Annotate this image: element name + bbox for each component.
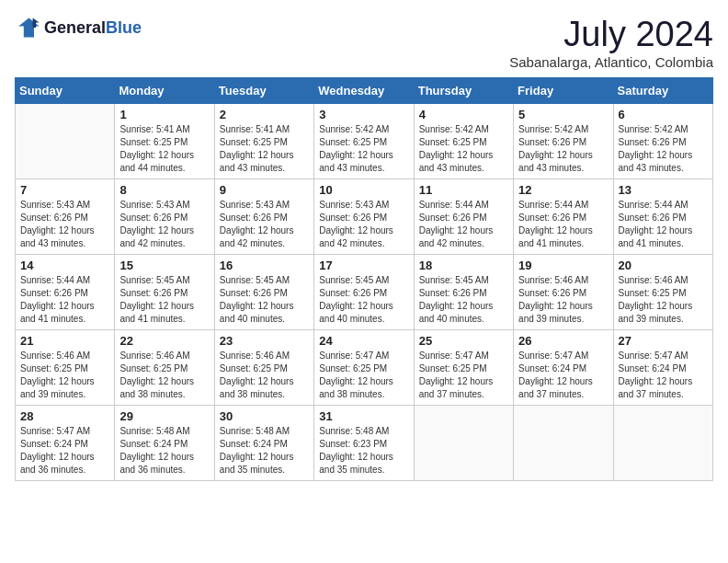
col-header-monday: Monday xyxy=(115,78,214,104)
calendar-cell: 2Sunrise: 5:41 AM Sunset: 6:25 PM Daylig… xyxy=(214,104,313,179)
day-number: 16 xyxy=(220,259,309,272)
day-number: 21 xyxy=(20,334,109,348)
day-number: 10 xyxy=(319,183,408,197)
day-number: 15 xyxy=(119,259,209,272)
calendar-cell: 17Sunrise: 5:45 AM Sunset: 6:26 PM Dayli… xyxy=(314,255,414,330)
day-number: 3 xyxy=(319,108,408,121)
calendar-cell: 18Sunrise: 5:45 AM Sunset: 6:26 PM Dayli… xyxy=(414,255,513,330)
calendar-cell: 27Sunrise: 5:47 AM Sunset: 6:24 PM Dayli… xyxy=(613,330,712,406)
calendar-cell: 3Sunrise: 5:42 AM Sunset: 6:25 PM Daylig… xyxy=(314,104,414,179)
calendar-cell: 15Sunrise: 5:45 AM Sunset: 6:26 PM Dayli… xyxy=(115,255,214,330)
calendar-cell xyxy=(414,406,513,481)
day-number: 23 xyxy=(220,334,309,348)
day-number: 5 xyxy=(518,108,608,121)
day-number: 9 xyxy=(220,183,309,197)
day-info: Sunrise: 5:43 AM Sunset: 6:26 PM Dayligh… xyxy=(119,199,209,250)
calendar-cell: 9Sunrise: 5:43 AM Sunset: 6:26 PM Daylig… xyxy=(214,179,313,255)
calendar-week-3: 14Sunrise: 5:44 AM Sunset: 6:26 PM Dayli… xyxy=(16,255,713,330)
day-number: 22 xyxy=(119,334,209,348)
day-info: Sunrise: 5:46 AM Sunset: 6:25 PM Dayligh… xyxy=(619,274,708,326)
calendar-cell: 16Sunrise: 5:45 AM Sunset: 6:26 PM Dayli… xyxy=(214,255,313,330)
calendar-cell: 22Sunrise: 5:46 AM Sunset: 6:25 PM Dayli… xyxy=(115,330,214,406)
col-header-wednesday: Wednesday xyxy=(314,78,414,104)
calendar-cell: 14Sunrise: 5:44 AM Sunset: 6:26 PM Dayli… xyxy=(16,255,115,330)
day-number: 6 xyxy=(619,108,708,121)
day-info: Sunrise: 5:47 AM Sunset: 6:24 PM Dayligh… xyxy=(20,425,109,477)
calendar-cell xyxy=(514,406,613,481)
col-header-sunday: Sunday xyxy=(16,78,115,104)
day-info: Sunrise: 5:46 AM Sunset: 6:25 PM Dayligh… xyxy=(119,350,209,401)
calendar-cell xyxy=(16,104,115,179)
day-number: 18 xyxy=(419,259,508,272)
day-info: Sunrise: 5:42 AM Sunset: 6:26 PM Dayligh… xyxy=(619,123,708,175)
day-number: 7 xyxy=(20,183,109,197)
day-number: 8 xyxy=(119,183,209,197)
logo-text-general: GeneralBlue xyxy=(44,18,142,38)
day-number: 26 xyxy=(518,334,608,348)
day-info: Sunrise: 5:47 AM Sunset: 6:25 PM Dayligh… xyxy=(319,350,408,401)
col-header-tuesday: Tuesday xyxy=(214,78,313,104)
day-info: Sunrise: 5:43 AM Sunset: 6:26 PM Dayligh… xyxy=(220,199,309,250)
calendar-cell: 10Sunrise: 5:43 AM Sunset: 6:26 PM Dayli… xyxy=(314,179,414,255)
day-info: Sunrise: 5:44 AM Sunset: 6:26 PM Dayligh… xyxy=(419,199,508,250)
day-info: Sunrise: 5:44 AM Sunset: 6:26 PM Dayligh… xyxy=(518,199,608,250)
calendar-cell: 25Sunrise: 5:47 AM Sunset: 6:25 PM Dayli… xyxy=(414,330,513,406)
day-info: Sunrise: 5:45 AM Sunset: 6:26 PM Dayligh… xyxy=(319,274,408,326)
day-info: Sunrise: 5:45 AM Sunset: 6:26 PM Dayligh… xyxy=(220,274,309,326)
calendar-cell: 20Sunrise: 5:46 AM Sunset: 6:25 PM Dayli… xyxy=(613,255,712,330)
calendar-cell: 23Sunrise: 5:46 AM Sunset: 6:25 PM Dayli… xyxy=(214,330,313,406)
day-number: 24 xyxy=(319,334,408,348)
calendar-cell: 21Sunrise: 5:46 AM Sunset: 6:25 PM Dayli… xyxy=(16,330,115,406)
calendar-cell: 6Sunrise: 5:42 AM Sunset: 6:26 PM Daylig… xyxy=(613,104,712,179)
day-number: 1 xyxy=(119,108,209,121)
calendar-week-4: 21Sunrise: 5:46 AM Sunset: 6:25 PM Dayli… xyxy=(16,330,713,406)
calendar-cell: 28Sunrise: 5:47 AM Sunset: 6:24 PM Dayli… xyxy=(16,406,115,481)
day-number: 28 xyxy=(20,409,109,423)
calendar-cell: 19Sunrise: 5:46 AM Sunset: 6:26 PM Dayli… xyxy=(514,255,613,330)
calendar-cell: 8Sunrise: 5:43 AM Sunset: 6:26 PM Daylig… xyxy=(115,179,214,255)
calendar-cell: 13Sunrise: 5:44 AM Sunset: 6:26 PM Dayli… xyxy=(613,179,712,255)
day-info: Sunrise: 5:44 AM Sunset: 6:26 PM Dayligh… xyxy=(20,274,109,326)
calendar-week-5: 28Sunrise: 5:47 AM Sunset: 6:24 PM Dayli… xyxy=(16,406,713,481)
calendar-cell: 30Sunrise: 5:48 AM Sunset: 6:24 PM Dayli… xyxy=(214,406,313,481)
day-number: 31 xyxy=(319,409,408,423)
calendar-cell: 31Sunrise: 5:48 AM Sunset: 6:23 PM Dayli… xyxy=(314,406,414,481)
day-number: 30 xyxy=(220,409,309,423)
day-info: Sunrise: 5:48 AM Sunset: 6:24 PM Dayligh… xyxy=(119,425,209,477)
day-info: Sunrise: 5:43 AM Sunset: 6:26 PM Dayligh… xyxy=(20,199,109,250)
day-number: 29 xyxy=(119,409,209,423)
main-title: July 2024 xyxy=(509,15,713,54)
day-number: 17 xyxy=(319,259,408,272)
day-info: Sunrise: 5:48 AM Sunset: 6:23 PM Dayligh… xyxy=(319,425,408,477)
subtitle: Sabanalarga, Atlantico, Colombia xyxy=(509,54,713,70)
col-header-thursday: Thursday xyxy=(414,78,513,104)
day-info: Sunrise: 5:47 AM Sunset: 6:24 PM Dayligh… xyxy=(619,350,708,401)
day-info: Sunrise: 5:42 AM Sunset: 6:25 PM Dayligh… xyxy=(419,123,508,175)
day-info: Sunrise: 5:47 AM Sunset: 6:25 PM Dayligh… xyxy=(419,350,508,401)
col-header-friday: Friday xyxy=(514,78,613,104)
calendar-cell: 4Sunrise: 5:42 AM Sunset: 6:25 PM Daylig… xyxy=(414,104,513,179)
day-number: 19 xyxy=(518,259,608,272)
day-info: Sunrise: 5:46 AM Sunset: 6:25 PM Dayligh… xyxy=(20,350,109,401)
day-number: 4 xyxy=(419,108,508,121)
calendar-cell: 26Sunrise: 5:47 AM Sunset: 6:24 PM Dayli… xyxy=(514,330,613,406)
calendar-cell: 24Sunrise: 5:47 AM Sunset: 6:25 PM Dayli… xyxy=(314,330,414,406)
day-number: 13 xyxy=(619,183,708,197)
calendar-cell: 12Sunrise: 5:44 AM Sunset: 6:26 PM Dayli… xyxy=(514,179,613,255)
day-info: Sunrise: 5:42 AM Sunset: 6:26 PM Dayligh… xyxy=(518,123,608,175)
day-info: Sunrise: 5:46 AM Sunset: 6:26 PM Dayligh… xyxy=(518,274,608,326)
day-number: 14 xyxy=(20,259,109,272)
day-info: Sunrise: 5:41 AM Sunset: 6:25 PM Dayligh… xyxy=(119,123,209,175)
day-info: Sunrise: 5:41 AM Sunset: 6:25 PM Dayligh… xyxy=(220,123,309,175)
day-number: 25 xyxy=(419,334,508,348)
calendar-cell xyxy=(613,406,712,481)
calendar-cell: 7Sunrise: 5:43 AM Sunset: 6:26 PM Daylig… xyxy=(16,179,115,255)
day-info: Sunrise: 5:42 AM Sunset: 6:25 PM Dayligh… xyxy=(319,123,408,175)
calendar-cell: 1Sunrise: 5:41 AM Sunset: 6:25 PM Daylig… xyxy=(115,104,214,179)
day-info: Sunrise: 5:43 AM Sunset: 6:26 PM Dayligh… xyxy=(319,199,408,250)
calendar: SundayMondayTuesdayWednesdayThursdayFrid… xyxy=(15,77,713,481)
day-info: Sunrise: 5:48 AM Sunset: 6:24 PM Dayligh… xyxy=(220,425,309,477)
day-info: Sunrise: 5:45 AM Sunset: 6:26 PM Dayligh… xyxy=(119,274,209,326)
day-number: 2 xyxy=(220,108,309,121)
col-header-saturday: Saturday xyxy=(613,78,712,104)
